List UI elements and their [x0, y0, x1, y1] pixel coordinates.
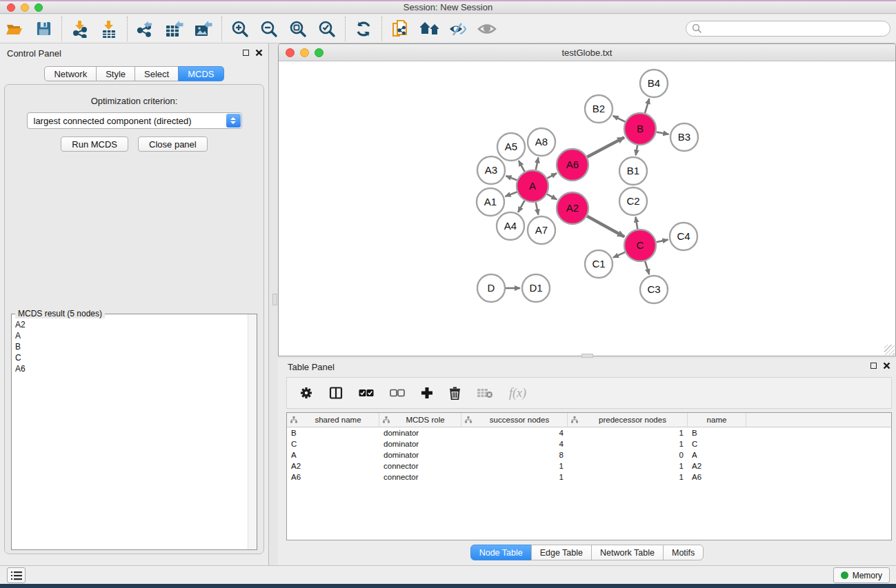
node-D1[interactable]: D1 [522, 274, 550, 302]
cell-successor-nodes[interactable]: 1 [461, 460, 568, 472]
edge-A-A5[interactable] [519, 161, 525, 172]
node-C[interactable]: C [624, 230, 656, 261]
tab-mcds[interactable]: MCDS [178, 66, 223, 81]
show-graphics-details-button[interactable] [472, 17, 501, 41]
criterion-dropdown[interactable]: largest connected component (directed) [27, 112, 242, 129]
edge-A-A4[interactable] [518, 201, 524, 212]
export-network-button[interactable] [131, 17, 160, 41]
node-A[interactable]: A [517, 170, 548, 202]
clone-network-button[interactable] [386, 17, 415, 41]
node-B2[interactable]: B2 [585, 95, 613, 123]
node-D[interactable]: D [477, 274, 505, 302]
cell-name[interactable]: A [688, 449, 746, 460]
node-A8[interactable]: A8 [528, 128, 555, 156]
cell-shared-name[interactable]: C [287, 438, 379, 449]
cell-predecessor-nodes[interactable]: 1 [568, 472, 688, 483]
splitter-handle-vertical[interactable] [272, 294, 277, 305]
splitter-handle-horizontal[interactable] [581, 354, 593, 358]
network-graph[interactable]: B4B2BB3B1A5A8A6A3AA1A2C2A4A7C4CC1C3DD1 [279, 61, 895, 356]
cell-shared-name[interactable]: A [287, 449, 379, 460]
task-history-button[interactable] [7, 567, 26, 583]
cell-name[interactable]: A6 [688, 472, 746, 483]
table-row[interactable]: A2connector11A2 [287, 460, 891, 472]
cell-MCDS-role[interactable]: dominator [379, 427, 461, 438]
edge-B-B1[interactable] [636, 145, 637, 156]
window-resize-grip[interactable] [884, 345, 895, 355]
edge-A-A7[interactable] [536, 203, 539, 215]
edge-A-A1[interactable] [506, 192, 517, 196]
node-A1[interactable]: A1 [477, 188, 504, 216]
table-close-panel-icon[interactable] [883, 362, 890, 369]
export-table-button[interactable] [160, 17, 189, 41]
edge-A-A8[interactable] [536, 158, 539, 170]
cell-name[interactable]: B [688, 427, 746, 438]
zoom-in-button[interactable] [226, 17, 255, 41]
cell-successor-nodes[interactable]: 4 [461, 438, 568, 449]
function-builder-button[interactable]: f(x) [509, 386, 526, 401]
cell-MCDS-role[interactable]: dominator [379, 449, 461, 460]
column-view-button[interactable] [329, 386, 343, 400]
edge-A2-C[interactable] [587, 216, 624, 237]
node-B4[interactable]: B4 [640, 70, 668, 97]
run-mcds-button[interactable]: Run MCDS [61, 136, 128, 152]
tab-motifs[interactable]: Motifs [663, 545, 704, 560]
cell-successor-nodes[interactable]: 1 [461, 472, 568, 483]
node-A4[interactable]: A4 [497, 212, 524, 240]
open-file-button[interactable] [0, 17, 29, 41]
edge-B-B3[interactable] [657, 132, 669, 134]
tab-node-table[interactable]: Node Table [470, 545, 532, 560]
node-B[interactable]: B [624, 113, 656, 145]
cell-shared-name[interactable]: B [287, 427, 379, 438]
cell-predecessor-nodes[interactable]: 1 [568, 460, 688, 472]
result-node-item[interactable]: A6 [15, 363, 248, 374]
add-row-button[interactable] [421, 387, 433, 399]
export-image-button[interactable] [189, 17, 218, 41]
table-settings-button[interactable] [299, 386, 313, 400]
delete-table-button[interactable] [477, 387, 493, 398]
mcds-result-list[interactable]: A2ABCA6 [12, 316, 248, 549]
result-node-item[interactable]: B [15, 341, 248, 352]
close-panel-icon[interactable] [255, 49, 263, 57]
edge-C-C3[interactable] [645, 261, 649, 274]
node-A7[interactable]: A7 [528, 216, 555, 244]
select-all-button[interactable] [359, 389, 374, 397]
node-A3[interactable]: A3 [477, 156, 505, 184]
network-window-titlebar[interactable]: testGlobe.txt [279, 44, 895, 61]
cell-name[interactable]: C [688, 438, 746, 449]
cell-shared-name[interactable]: A2 [287, 460, 379, 472]
zoom-selected-button[interactable] [312, 17, 341, 41]
edge-A-A2[interactable] [547, 194, 557, 200]
cell-MCDS-role[interactable]: dominator [379, 438, 461, 449]
cell-predecessor-nodes[interactable]: 1 [568, 427, 688, 438]
save-session-button[interactable] [29, 17, 58, 41]
cell-predecessor-nodes[interactable]: 1 [568, 438, 688, 449]
close-panel-button[interactable]: Close panel [138, 136, 208, 152]
edge-C-C2[interactable] [636, 217, 638, 230]
column-header-predecessor-nodes[interactable]: predecessor nodes [568, 413, 688, 427]
zoom-out-button[interactable] [255, 17, 283, 41]
column-header-successor-nodes[interactable]: successor nodes [461, 413, 568, 427]
cell-successor-nodes[interactable]: 8 [461, 449, 568, 460]
column-header-name[interactable]: name [688, 413, 746, 427]
memory-button[interactable]: Memory [833, 567, 890, 583]
tab-network[interactable]: Network [44, 66, 97, 81]
cell-successor-nodes[interactable]: 4 [461, 427, 568, 438]
column-header-MCDS-role[interactable]: MCDS role [379, 413, 461, 427]
network-canvas[interactable]: B4B2BB3B1A5A8A6A3AA1A2C2A4A7C4CC1C3DD1 [279, 61, 895, 356]
edge-B-B4[interactable] [645, 99, 649, 113]
deselect-all-button[interactable] [390, 389, 405, 397]
edge-A-A3[interactable] [506, 176, 517, 180]
node-C2[interactable]: C2 [619, 187, 647, 215]
cell-name[interactable]: A2 [688, 460, 746, 472]
table-row[interactable]: Adominator80A [287, 449, 891, 460]
refresh-layout-button[interactable] [349, 17, 378, 41]
hide-graphics-details-button[interactable] [444, 17, 472, 41]
node-C3[interactable]: C3 [640, 276, 668, 303]
float-panel-button[interactable] [243, 50, 249, 56]
edge-A6-B[interactable] [587, 137, 624, 157]
result-node-item[interactable]: A [15, 330, 248, 341]
column-header-shared-name[interactable]: shared name [287, 413, 379, 427]
result-node-item[interactable]: A2 [15, 319, 248, 330]
edge-A-A6[interactable] [547, 173, 557, 178]
table-row[interactable]: A6connector11A6 [287, 472, 891, 483]
